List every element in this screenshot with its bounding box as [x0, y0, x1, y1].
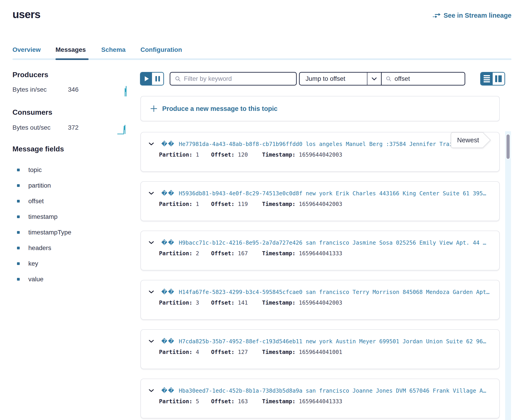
- tab-overview[interactable]: Overview: [12, 46, 41, 53]
- search-icon: [386, 75, 391, 82]
- tab-schema[interactable]: Schema: [101, 46, 125, 53]
- field-bullet-icon: [17, 215, 20, 218]
- list-view-button[interactable]: [481, 73, 493, 85]
- expand-chevron-icon[interactable]: [149, 192, 154, 195]
- bytes-out-sparkline-chart: [117, 124, 128, 135]
- offset-value: 119: [238, 201, 248, 207]
- field-bullet-icon: [17, 278, 20, 281]
- message-key-value-text: H9bacc71c-b12c-4216-8e95-2a7da727e426 sa…: [179, 240, 493, 246]
- search-icon: [175, 75, 181, 82]
- message-row[interactable]: �� H7cda825b-35b7-4952-88ef-c193d546eb11…: [140, 329, 500, 369]
- keyword-filter-input[interactable]: [184, 75, 292, 82]
- message-meta: Partition: 1 Offset: 119 Timestamp: 1659…: [159, 201, 342, 207]
- offset-value: 167: [238, 250, 248, 257]
- partition-value: 1: [196, 151, 199, 158]
- consumers-heading: Consumers: [12, 108, 52, 117]
- message-row[interactable]: �� He77981da-4a43-48ab-b8f8-cb71b96ffdd0…: [140, 132, 500, 172]
- expand-chevron-icon[interactable]: [149, 389, 154, 392]
- message-key-value-text: H5936db81-b943-4e0f-8c29-74513e0c0d8f ne…: [179, 190, 493, 197]
- message-key-value-text: He77981da-4a43-48ab-b8f8-cb71b96ffdd0 lo…: [179, 141, 493, 147]
- field-bullet-icon: [17, 200, 20, 202]
- expand-chevron-icon[interactable]: [149, 142, 154, 145]
- message-row[interactable]: �� H9bacc71c-b12c-4216-8e95-2a7da727e426…: [140, 231, 500, 270]
- message-row[interactable]: �� H5936db81-b943-4e0f-8c29-74513e0c0d8f…: [140, 181, 500, 221]
- timestamp-value: 1659644042003: [299, 299, 342, 306]
- tab-messages[interactable]: Messages: [55, 46, 86, 53]
- stream-lineage-icon: [433, 12, 441, 19]
- offset-value: 141: [238, 299, 248, 306]
- messages-scrollbar-track[interactable]: [505, 131, 511, 420]
- timestamp-value: 1659644042003: [299, 201, 342, 207]
- timestamp-value: 1659644042003: [299, 151, 342, 158]
- tab-configuration[interactable]: Configuration: [140, 46, 182, 53]
- message-row[interactable]: �� Hba30eed7-1edc-452b-8b1a-738d3b5d8a9a…: [140, 379, 500, 418]
- field-item-offset[interactable]: offset: [12, 193, 71, 209]
- pause-button[interactable]: [152, 73, 163, 85]
- unknown-glyph-icon: ��: [161, 239, 175, 246]
- produce-message-button[interactable]: Produce a new message to this topic: [140, 96, 500, 121]
- message-fields-heading: Message fields: [12, 145, 64, 153]
- offset-value: 163: [238, 398, 248, 405]
- jump-to-offset-select[interactable]: Jump to offset: [299, 72, 382, 86]
- bytes-out-row: Bytes out/sec 372: [12, 124, 121, 131]
- field-bullet-icon: [17, 262, 20, 265]
- pause-icon: [158, 76, 160, 82]
- message-key-value-text: H7cda825b-35b7-4952-88ef-c193d546eb11 ne…: [179, 338, 493, 345]
- expand-chevron-icon[interactable]: [149, 290, 154, 293]
- bytes-in-sparkline-chart: [121, 86, 131, 97]
- field-item-headers[interactable]: headers: [12, 240, 71, 256]
- topic-messages-page: users See in Stream lineage Overview Mes…: [0, 0, 516, 420]
- field-item-timestamp[interactable]: timestamp: [12, 209, 71, 225]
- field-item-key[interactable]: key: [12, 256, 71, 271]
- partition-value: 1: [196, 201, 199, 207]
- field-item-partition[interactable]: partition: [12, 178, 71, 193]
- messages-list: �� He77981da-4a43-48ab-b8f8-cb71b96ffdd0…: [140, 132, 500, 418]
- message-fields-list: topic partition offset timestamp timesta…: [12, 162, 71, 287]
- offset-value: 120: [238, 151, 248, 158]
- view-mode-toggle: [480, 72, 505, 86]
- list-view-icon: [484, 75, 490, 76]
- field-bullet-icon: [17, 247, 20, 249]
- message-key-value-text: H14fa67fe-5823-4299-b3c4-595845cfcae0 sa…: [179, 289, 493, 295]
- message-meta: Partition: 1 Offset: 120 Timestamp: 1659…: [159, 151, 342, 158]
- message-key-value-text: Hba30eed7-1edc-452b-8b1a-738d3b5d8a9a sa…: [179, 387, 493, 394]
- field-bullet-icon: [17, 169, 20, 171]
- stream-lineage-label: See in Stream lineage: [444, 12, 511, 19]
- expand-chevron-icon[interactable]: [149, 241, 154, 244]
- unknown-glyph-icon: ��: [161, 338, 175, 345]
- offset-search-field: [381, 72, 465, 86]
- unknown-glyph-icon: ��: [161, 387, 175, 394]
- message-meta: Partition: 3 Offset: 141 Timestamp: 1659…: [159, 299, 342, 306]
- timestamp-value: 1659644041333: [299, 398, 342, 405]
- message-meta: Partition: 4 Offset: 127 Timestamp: 1659…: [159, 349, 342, 355]
- bytes-out-label: Bytes out/sec: [12, 124, 51, 131]
- field-bullet-icon: [17, 231, 20, 234]
- message-meta: Partition: 2 Offset: 167 Timestamp: 1659…: [159, 250, 342, 257]
- pause-icon: [155, 76, 157, 82]
- message-row[interactable]: �� H14fa67fe-5823-4299-b3c4-595845cfcae0…: [140, 280, 500, 320]
- partition-value: 5: [196, 398, 199, 405]
- newest-position-tooltip: Newest: [451, 132, 488, 148]
- field-item-timestampType[interactable]: timestampType: [12, 225, 71, 240]
- bytes-in-value: 346: [68, 86, 79, 93]
- stream-lineage-link[interactable]: See in Stream lineage: [433, 12, 511, 19]
- play-icon: [145, 76, 149, 81]
- timestamp-value: 1659644041333: [299, 250, 342, 257]
- field-item-value[interactable]: value: [12, 271, 71, 287]
- column-view-button[interactable]: [493, 73, 504, 85]
- produce-message-label: Produce a new message to this topic: [162, 105, 277, 112]
- play-pause-group: [140, 72, 164, 86]
- offset-search-input[interactable]: [395, 75, 461, 82]
- expand-chevron-icon[interactable]: [149, 340, 154, 343]
- page-title: users: [12, 8, 40, 21]
- unknown-glyph-icon: ��: [161, 289, 175, 295]
- select-chevron-cell: [367, 73, 381, 85]
- play-button[interactable]: [141, 73, 152, 85]
- offset-value: 127: [238, 349, 248, 355]
- chevron-down-icon: [371, 77, 377, 81]
- tab-active-indicator: [55, 58, 89, 60]
- messages-scrollbar-thumb[interactable]: [506, 134, 510, 159]
- field-item-topic[interactable]: topic: [12, 162, 71, 178]
- unknown-glyph-icon: ��: [161, 141, 175, 147]
- partition-value: 4: [196, 349, 199, 355]
